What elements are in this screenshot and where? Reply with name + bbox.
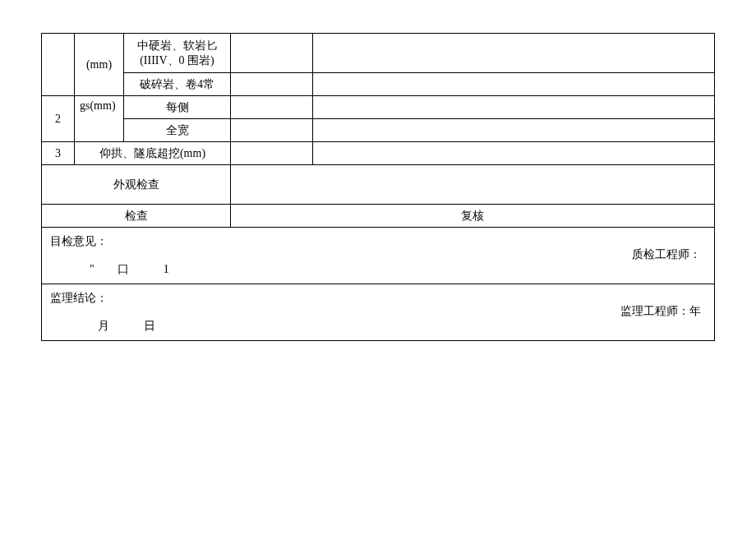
label-cell: 外观检查 <box>42 165 231 205</box>
conclusion-title: 监理结论： <box>50 291 108 306</box>
sub-cell: gs(mm) <box>75 96 124 142</box>
table-row: 破碎岩、卷4常 <box>42 73 715 96</box>
value-cell <box>231 96 313 119</box>
table-row: 检查 复核 <box>42 205 715 228</box>
value-cell <box>231 165 715 205</box>
conclusion-date: 月 日 <box>98 319 155 334</box>
desc-cell: 全宽 <box>124 119 231 142</box>
opinion-marks: " 口 1 <box>90 262 169 277</box>
opinion-row: 目检意见： " 口 1 质检工程师： <box>42 228 715 284</box>
desc-cell: 破碎岩、卷4常 <box>124 73 231 96</box>
table-row: 3 仰拱、隧底超挖(mm) <box>42 142 715 165</box>
check-cell: 检查 <box>42 205 231 228</box>
unit-cell: (mm) <box>75 34 124 96</box>
value-cell <box>313 73 715 96</box>
value-cell <box>231 119 313 142</box>
desc-cell: 每侧 <box>124 96 231 119</box>
value-cell <box>231 34 313 73</box>
table-row: 全宽 <box>42 119 715 142</box>
value-cell <box>313 96 715 119</box>
table-row: (mm) 中硬岩、软岩匕 (IIIIV、0 围岩) <box>42 34 715 73</box>
value-cell <box>313 34 715 73</box>
value-cell <box>231 142 313 165</box>
value-cell <box>231 73 313 96</box>
opinion-title: 目检意见： <box>50 234 108 249</box>
inspection-table: (mm) 中硬岩、软岩匕 (IIIIV、0 围岩) 破碎岩、卷4常 2 gs(m… <box>41 33 715 341</box>
desc-cell: 中硬岩、软岩匕 (IIIIV、0 围岩) <box>124 34 231 73</box>
value-cell <box>313 142 715 165</box>
conclusion-row: 监理结论： 监理工程师：年 月 日 <box>42 284 715 341</box>
recheck-cell: 复核 <box>231 205 715 228</box>
table-row: 外观检查 <box>42 165 715 205</box>
desc-cell: 仰拱、隧底超挖(mm) <box>75 142 231 165</box>
value-cell <box>313 119 715 142</box>
table-row: 2 gs(mm) 每侧 <box>42 96 715 119</box>
conclusion-signer: 监理工程师：年 <box>620 304 701 319</box>
idx-cell: 2 <box>42 96 75 142</box>
opinion-signer: 质检工程师： <box>632 247 701 262</box>
idx-cell: 3 <box>42 142 75 165</box>
